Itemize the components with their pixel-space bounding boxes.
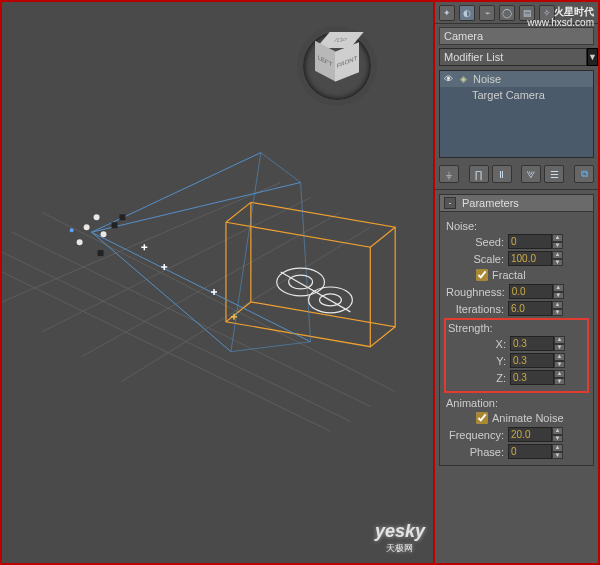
iterations-label: Iterations: [446, 303, 504, 315]
svg-line-14 [92, 153, 261, 233]
spinner-down-icon[interactable]: ▼ [554, 378, 565, 386]
spinner-up-icon[interactable]: ▲ [554, 336, 565, 344]
remove-modifier-button[interactable]: ⩔ [521, 165, 541, 183]
roughness-label: Roughness: [446, 286, 505, 298]
roughness-input[interactable] [509, 284, 553, 299]
spinner-up-icon[interactable]: ▲ [552, 234, 563, 242]
strength-highlight: Strength: X: ▲▼ Y: ▲▼ Z: ▲▼ [444, 318, 589, 393]
spinner-down-icon[interactable]: ▼ [552, 435, 563, 443]
spinner-up-icon[interactable]: ▲ [552, 444, 563, 452]
z-input[interactable] [510, 370, 554, 385]
viewport[interactable]: TOP LEFT FRONT yesky 天极网 [2, 2, 433, 563]
watermark-bottom-sub: 天极网 [375, 542, 425, 555]
rollout-header[interactable]: - Parameters [440, 195, 593, 212]
spinner-down-icon[interactable]: ▼ [553, 292, 564, 300]
spinner-down-icon[interactable]: ▼ [554, 344, 565, 352]
rollout-title: Parameters [462, 197, 519, 209]
stack-toolbar: ⏚ ∏ Ⅱ ⩔ ☰ ⧉ [435, 162, 598, 190]
viewcube[interactable]: TOP LEFT FRONT [297, 26, 377, 106]
stack-item-noise[interactable]: 👁 ◈ Noise [440, 71, 593, 87]
spinner-up-icon[interactable]: ▲ [552, 251, 563, 259]
make-unique-button[interactable]: Ⅱ [492, 165, 512, 183]
tab-motion-icon[interactable]: ◯ [499, 5, 515, 21]
seed-spinner[interactable]: ▲▼ [508, 234, 563, 249]
scale-input[interactable] [508, 251, 552, 266]
svg-line-5 [42, 197, 311, 331]
fractal-checkbox[interactable] [476, 269, 488, 281]
spinner-down-icon[interactable]: ▼ [552, 452, 563, 460]
svg-point-21 [84, 224, 90, 230]
animate-noise-label: Animate Noise [492, 412, 564, 424]
svg-line-20 [281, 272, 351, 312]
visibility-toggle-icon[interactable]: 👁 [444, 74, 454, 84]
noise-group-label: Noise: [446, 220, 587, 232]
pin-stack-button[interactable]: ⏚ [439, 165, 459, 183]
phase-label: Phase: [446, 446, 504, 458]
spinner-up-icon[interactable]: ▲ [552, 427, 563, 435]
svg-point-23 [77, 239, 83, 245]
spinner-down-icon[interactable]: ▼ [552, 242, 563, 250]
iterations-spinner[interactable]: ▲▼ [508, 301, 563, 316]
watermark-top-brand: 火星时代 [554, 6, 594, 17]
y-input[interactable] [510, 353, 554, 368]
tab-modify-icon[interactable]: ◐ [459, 5, 475, 21]
z-label: Z: [448, 372, 506, 384]
y-label: Y: [448, 355, 506, 367]
spinner-up-icon[interactable]: ▲ [553, 284, 564, 292]
dropdown-arrow-icon[interactable]: ▼ [587, 48, 598, 66]
frequency-input[interactable] [508, 427, 552, 442]
roughness-spinner[interactable]: ▲▼ [509, 284, 564, 299]
svg-line-1 [2, 252, 350, 421]
spinner-up-icon[interactable]: ▲ [554, 353, 565, 361]
z-spinner[interactable]: ▲▼ [510, 370, 565, 385]
spinner-down-icon[interactable]: ▼ [552, 309, 563, 317]
x-input[interactable] [510, 336, 554, 351]
strength-group-label: Strength: [448, 322, 585, 334]
scale-label: Scale: [446, 253, 504, 265]
svg-rect-26 [111, 222, 117, 228]
show-end-result-button[interactable]: ∏ [469, 165, 489, 183]
app-frame: TOP LEFT FRONT yesky 天极网 火星时代 www.hxsd.c… [0, 0, 600, 565]
tab-hierarchy-icon[interactable]: ⌁ [479, 5, 495, 21]
modifier-list-input[interactable] [439, 48, 587, 66]
fractal-checkbox-row[interactable]: Fractal [476, 269, 587, 281]
parameters-rollout: - Parameters Noise: Seed: ▲▼ Scale: ▲▼ F… [439, 194, 594, 466]
svg-line-9 [370, 227, 395, 247]
modifier-list-dropdown[interactable]: ▼ [439, 48, 594, 66]
collapse-icon[interactable]: - [444, 197, 456, 209]
spinner-up-icon[interactable]: ▲ [554, 370, 565, 378]
animate-noise-checkbox[interactable] [476, 412, 488, 424]
watermark-bottom-brand: yesky [375, 521, 425, 541]
phase-input[interactable] [508, 444, 552, 459]
command-panel: 火星时代 www.hxsd.com ✦ ◐ ⌁ ◯ ▤ ✧ Camera ▼ 👁… [433, 2, 598, 563]
animate-noise-checkbox-row[interactable]: Animate Noise [476, 412, 587, 424]
spinner-up-icon[interactable]: ▲ [552, 301, 563, 309]
svg-line-4 [2, 182, 281, 301]
phase-spinner[interactable]: ▲▼ [508, 444, 563, 459]
svg-line-12 [92, 182, 301, 232]
seed-input[interactable] [508, 234, 552, 249]
stack-item-target-camera[interactable]: Target Camera [440, 87, 593, 103]
stack-options-button[interactable]: ⧉ [574, 165, 594, 183]
configure-sets-button[interactable]: ☰ [544, 165, 564, 183]
modifier-stack[interactable]: 👁 ◈ Noise Target Camera [439, 70, 594, 158]
iterations-input[interactable] [508, 301, 552, 316]
x-spinner[interactable]: ▲▼ [510, 336, 565, 351]
object-name-field[interactable]: Camera [439, 27, 594, 45]
watermark-top: 火星时代 www.hxsd.com [527, 6, 594, 28]
viewcube-face-front[interactable]: FRONT [335, 42, 359, 82]
seed-label: Seed: [446, 236, 504, 248]
y-spinner[interactable]: ▲▼ [510, 353, 565, 368]
spinner-down-icon[interactable]: ▼ [552, 259, 563, 267]
svg-line-2 [12, 232, 370, 406]
spinner-down-icon[interactable]: ▼ [554, 361, 565, 369]
modifier-icon: ◈ [460, 74, 467, 84]
stack-item-label: Target Camera [472, 89, 545, 101]
scale-spinner[interactable]: ▲▼ [508, 251, 563, 266]
frequency-spinner[interactable]: ▲▼ [508, 427, 563, 442]
watermark-top-url: www.hxsd.com [527, 17, 594, 28]
tab-create-icon[interactable]: ✦ [439, 5, 455, 21]
stack-item-label: Noise [473, 73, 501, 85]
svg-point-16 [277, 268, 325, 296]
frequency-label: Frequency: [446, 429, 504, 441]
